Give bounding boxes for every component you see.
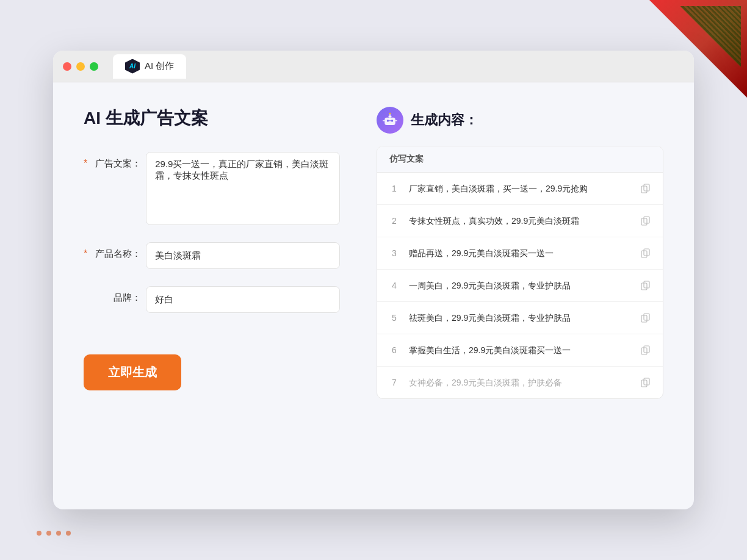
- table-row: 1厂家直销，美白淡斑霜，买一送一，29.9元抢购: [377, 173, 663, 205]
- table-row: 5祛斑美白，29.9元美白淡斑霜，专业护肤品: [377, 302, 663, 334]
- ad-copy-input[interactable]: [146, 152, 340, 225]
- robot-icon: [377, 107, 403, 134]
- brand-label: 品牌：: [92, 286, 141, 304]
- row-number: 4: [387, 281, 402, 290]
- title-bar: AI AI 创作: [53, 51, 694, 82]
- page-title: AI 生成广告文案: [84, 107, 340, 130]
- row-number: 1: [387, 184, 402, 193]
- copy-button[interactable]: [638, 311, 653, 325]
- row-text: 女神必备，29.9元美白淡斑霜，护肤必备: [409, 376, 631, 389]
- row-number: 2: [387, 216, 402, 226]
- table-row: 3赠品再送，29.9元美白淡斑霜买一送一: [377, 237, 663, 270]
- bottom-decoration: [37, 531, 71, 536]
- required-star-product: *: [84, 242, 87, 259]
- right-panel: 生成内容： 仿写文案 1厂家直销，美白淡斑霜，买一送一，29.9元抢购 2专抹女…: [377, 107, 663, 485]
- result-table: 仿写文案 1厂家直销，美白淡斑霜，买一送一，29.9元抢购 2专抹女性斑点，真实…: [377, 146, 663, 399]
- copy-button[interactable]: [638, 181, 653, 196]
- svg-rect-2: [391, 120, 394, 122]
- ad-copy-group: * 广告文案：: [84, 152, 340, 225]
- table-row: 7女神必备，29.9元美白淡斑霜，护肤必备: [377, 367, 663, 398]
- svg-rect-1: [387, 120, 389, 122]
- required-star-ad: *: [84, 152, 87, 169]
- svg-rect-0: [384, 118, 395, 125]
- copy-button[interactable]: [638, 246, 653, 260]
- copy-button[interactable]: [638, 214, 653, 228]
- row-text: 掌握美白生活，29.9元美白淡斑霜买一送一: [409, 344, 631, 357]
- ad-copy-label: 广告文案：: [92, 152, 141, 170]
- row-text: 厂家直销，美白淡斑霜，买一送一，29.9元抢购: [409, 182, 631, 195]
- result-title: 生成内容：: [411, 111, 478, 129]
- result-rows-container: 1厂家直销，美白淡斑霜，买一送一，29.9元抢购 2专抹女性斑点，真实功效，29…: [377, 173, 663, 398]
- copy-button[interactable]: [638, 278, 653, 293]
- row-text: 一周美白，29.9元美白淡斑霜，专业护肤品: [409, 279, 631, 292]
- row-number: 6: [387, 345, 402, 355]
- generate-button[interactable]: 立即生成: [84, 354, 181, 390]
- row-text: 祛斑美白，29.9元美白淡斑霜，专业护肤品: [409, 312, 631, 325]
- copy-button[interactable]: [638, 343, 653, 357]
- result-header: 生成内容：: [377, 107, 663, 134]
- svg-point-6: [389, 113, 391, 115]
- maximize-button[interactable]: [90, 62, 98, 71]
- table-row: 2专抹女性斑点，真实功效，29.9元美白淡斑霜: [377, 205, 663, 237]
- ai-logo-icon: AI: [125, 59, 140, 74]
- main-content: AI 生成广告文案 * 广告文案： * 产品名称： * 品牌： 立即生成: [53, 82, 694, 509]
- row-text: 专抹女性斑点，真实功效，29.9元美白淡斑霜: [409, 215, 631, 228]
- product-label: 产品名称：: [92, 242, 141, 260]
- copy-button[interactable]: [638, 375, 653, 390]
- brand-input[interactable]: [146, 286, 340, 313]
- row-number: 7: [387, 378, 402, 387]
- svg-rect-4: [388, 115, 391, 118]
- table-header: 仿写文案: [377, 146, 663, 173]
- product-name-group: * 产品名称：: [84, 242, 340, 269]
- minimize-button[interactable]: [76, 62, 85, 71]
- left-panel: AI 生成广告文案 * 广告文案： * 产品名称： * 品牌： 立即生成: [84, 107, 340, 485]
- tab-ai[interactable]: AI AI 创作: [113, 54, 186, 79]
- brand-group: * 品牌：: [84, 286, 340, 313]
- traffic-lights: [63, 62, 98, 71]
- product-input[interactable]: [146, 242, 340, 269]
- mac-window: AI AI 创作 AI 生成广告文案 * 广告文案： * 产品名称： *: [53, 51, 694, 509]
- row-number: 5: [387, 313, 402, 323]
- row-text: 赠品再送，29.9元美白淡斑霜买一送一: [409, 247, 631, 260]
- close-button[interactable]: [63, 62, 71, 71]
- tab-label-text: AI 创作: [145, 60, 174, 72]
- row-number: 3: [387, 248, 402, 258]
- table-row: 4一周美白，29.9元美白淡斑霜，专业护肤品: [377, 270, 663, 302]
- table-row: 6掌握美白生活，29.9元美白淡斑霜买一送一: [377, 334, 663, 367]
